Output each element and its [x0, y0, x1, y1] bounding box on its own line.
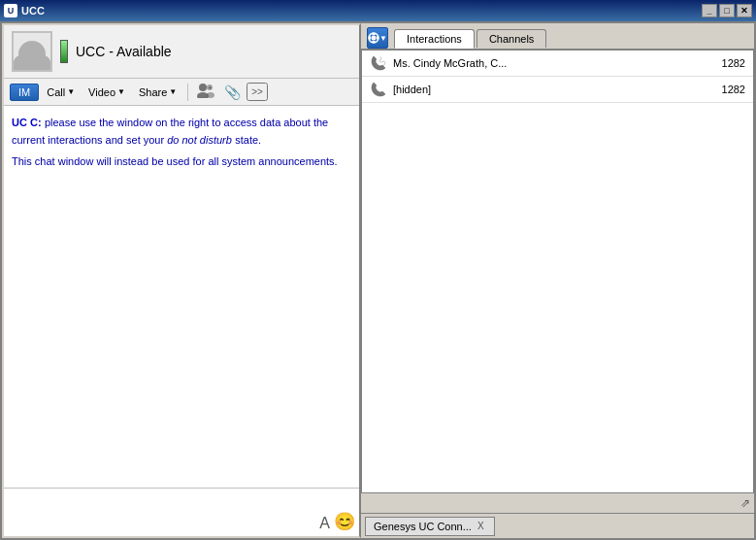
- resize-area: ⇗: [361, 493, 754, 513]
- call-button[interactable]: Call ▼: [41, 84, 81, 100]
- title-bar-left: U UCC: [4, 4, 45, 17]
- interaction-name-2: [hidden]: [393, 84, 716, 95]
- svg-point-0: [199, 84, 207, 91]
- chat-message: UC C: please use the window on the right…: [12, 114, 351, 149]
- toolbar-separator: [187, 84, 188, 101]
- phone-icon-1: [370, 54, 387, 72]
- call-dropdown-arrow: ▼: [67, 87, 75, 96]
- minimize-button[interactable]: _: [702, 4, 717, 17]
- close-button[interactable]: ✕: [737, 4, 752, 17]
- more-button[interactable]: >>: [247, 83, 268, 101]
- chat-italic-text: do not disturb: [167, 134, 232, 146]
- contacts-icon-button[interactable]: +: [193, 81, 218, 103]
- main-window: UCC - Available IM Call ▼ Video ▼ Share …: [0, 21, 756, 540]
- avatar-body: [14, 52, 50, 72]
- video-button[interactable]: Video ▼: [82, 84, 131, 100]
- tab-interactions[interactable]: Interactions: [394, 29, 475, 49]
- chat-message-2: This chat window will instead be used fo…: [12, 152, 351, 170]
- svg-point-6: [372, 36, 377, 41]
- title-bar: U UCC _ □ ✕: [0, 0, 756, 21]
- chat-input-area: A 😊: [4, 488, 359, 536]
- title-bar-buttons[interactable]: _ □ ✕: [702, 4, 752, 17]
- tabs-bar: ▼ Interactions Channels: [361, 23, 754, 50]
- status-tab[interactable]: Genesys UC Conn... X: [365, 517, 495, 536]
- attachment-icon-button[interactable]: 📎: [220, 83, 245, 102]
- window-title: UCC: [21, 5, 45, 17]
- share-dropdown-arrow: ▼: [169, 87, 177, 96]
- left-panel: UCC - Available IM Call ▼ Video ▼ Share …: [2, 23, 361, 538]
- maximize-button[interactable]: □: [719, 4, 735, 17]
- phone-icon-2: [370, 81, 387, 98]
- share-button[interactable]: Share ▼: [133, 84, 182, 100]
- chat-toolbar: IM Call ▼ Video ▼ Share ▼ +: [4, 79, 359, 106]
- interaction-number-1: 1282: [722, 57, 745, 69]
- status-tab-close[interactable]: X: [476, 521, 486, 531]
- video-dropdown-arrow: ▼: [117, 87, 125, 96]
- svg-text:+: +: [208, 84, 213, 92]
- tab-channels[interactable]: Channels: [477, 29, 546, 48]
- app-icon: U: [4, 4, 17, 17]
- right-panel: ▼ Interactions Channels Ms. Cindy McGrat…: [361, 23, 754, 538]
- bottom-status-bar: Genesys UC Conn... X: [361, 513, 754, 538]
- chat-input[interactable]: [8, 505, 319, 532]
- font-icon[interactable]: A: [319, 515, 330, 532]
- chat-text-2: state.: [235, 134, 261, 146]
- interaction-number-2: 1282: [722, 84, 745, 95]
- chat-sender: UC C:: [12, 117, 42, 128]
- chat-area: UC C: please use the window on the right…: [4, 106, 359, 488]
- emoji-icon[interactable]: 😊: [334, 511, 355, 532]
- tab-dropdown-arrow: ▼: [379, 34, 387, 43]
- interaction-row-2[interactable]: [hidden] 1282: [362, 77, 753, 103]
- interaction-row-1[interactable]: Ms. Cindy McGrath, C... 1282: [362, 51, 753, 77]
- im-button[interactable]: IM: [10, 84, 39, 101]
- status-tab-label: Genesys UC Conn...: [374, 521, 472, 532]
- interaction-name-1: Ms. Cindy McGrath, C...: [393, 57, 716, 69]
- interactions-list: Ms. Cindy McGrath, C... 1282 [hidden] 12…: [361, 50, 754, 493]
- scroll-right-icon[interactable]: ⇗: [740, 496, 750, 510]
- chat-input-icons: A 😊: [319, 511, 355, 532]
- svg-point-3: [207, 92, 214, 98]
- status-indicator: [60, 40, 68, 63]
- profile-header: UCC - Available: [4, 25, 359, 79]
- chat-text-3: This chat window will instead be used fo…: [12, 155, 338, 167]
- avatar: [12, 31, 52, 72]
- tab-dropdown-button[interactable]: ▼: [367, 27, 388, 49]
- profile-name: UCC - Available: [76, 44, 172, 59]
